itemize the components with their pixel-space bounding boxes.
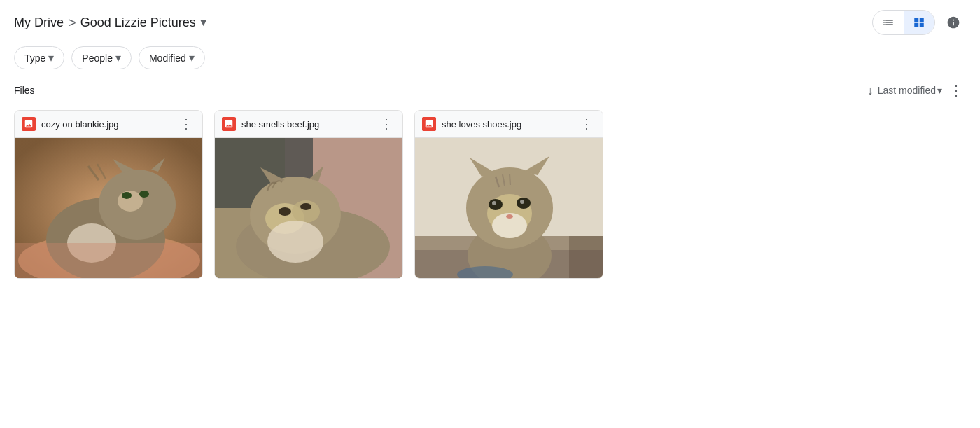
svg-line-43	[510, 174, 510, 185]
file-card[interactable]: she loves shoes.jpg ⋮	[414, 110, 603, 279]
file-name: she loves shoes.jpg	[442, 119, 522, 130]
file-menu-button[interactable]: ⋮	[578, 116, 596, 132]
type-filter-label: Type	[24, 53, 46, 64]
files-label: Files	[14, 85, 35, 96]
modified-filter-chip[interactable]: Modified ▾	[139, 46, 205, 69]
filter-bar: Type ▾ People ▾ Modified ▾	[0, 42, 980, 79]
type-filter-arrow: ▾	[48, 51, 54, 64]
people-filter-label: People	[82, 53, 113, 64]
sort-dropdown-arrow: ▾	[937, 85, 942, 96]
current-folder-link[interactable]: Good Lizzie Pictures ▼	[80, 15, 209, 30]
file-name: cozy on blankie.jpg	[41, 119, 119, 130]
people-filter-arrow: ▾	[115, 51, 121, 64]
files-header: Files ↓ Last modified ▾ ⋮	[14, 79, 966, 102]
file-thumbnail	[415, 138, 603, 278]
files-section: Files ↓ Last modified ▾ ⋮ cozy on blanki…	[0, 79, 980, 279]
current-folder-name: Good Lizzie Pictures	[80, 15, 196, 30]
svg-rect-13	[15, 243, 203, 278]
svg-point-25	[267, 221, 323, 263]
svg-point-21	[279, 207, 291, 216]
file-thumbnail	[15, 138, 202, 278]
view-toggle	[872, 10, 935, 35]
file-card-title: she loves shoes.jpg	[422, 117, 522, 131]
file-card-header: she smells beef.jpg ⋮	[215, 111, 402, 138]
sort-label-text: Last modified	[878, 85, 936, 96]
people-filter-chip[interactable]: People ▾	[71, 46, 132, 69]
file-card-title: she smells beef.jpg	[222, 117, 319, 131]
svg-point-22	[300, 203, 312, 210]
sort-label[interactable]: Last modified ▾	[878, 85, 942, 96]
file-menu-button[interactable]: ⋮	[177, 116, 195, 132]
modified-filter-arrow: ▾	[189, 51, 195, 64]
file-card[interactable]: she smells beef.jpg ⋮	[214, 110, 403, 279]
svg-point-37	[520, 200, 524, 204]
header: My Drive > Good Lizzie Pictures ▼	[0, 0, 980, 42]
file-name: she smells beef.jpg	[241, 119, 319, 130]
svg-point-38	[506, 214, 513, 219]
file-thumbnail	[215, 138, 402, 278]
type-filter-chip[interactable]: Type ▾	[14, 46, 64, 69]
file-type-icon	[22, 117, 36, 131]
view-controls	[872, 10, 966, 35]
files-sort-controls: ↓ Last modified ▾ ⋮	[867, 79, 966, 102]
breadcrumb: My Drive > Good Lizzie Pictures ▼	[14, 15, 209, 31]
file-type-icon	[222, 117, 236, 131]
file-card-header: she loves shoes.jpg ⋮	[415, 111, 603, 138]
svg-point-36	[492, 201, 496, 205]
file-type-icon	[422, 117, 436, 131]
file-menu-button[interactable]: ⋮	[377, 116, 396, 132]
info-button[interactable]	[941, 10, 966, 35]
files-more-options-button[interactable]: ⋮	[946, 79, 966, 102]
grid-view-button[interactable]	[904, 10, 934, 35]
svg-point-6	[122, 192, 132, 199]
sort-direction-icon[interactable]: ↓	[867, 83, 874, 98]
svg-rect-44	[569, 236, 603, 278]
svg-point-7	[139, 191, 149, 198]
file-card[interactable]: cozy on blankie.jpg ⋮	[14, 110, 203, 279]
folder-dropdown-arrow: ▼	[199, 17, 209, 28]
modified-filter-label: Modified	[149, 53, 186, 64]
file-card-title: cozy on blankie.jpg	[22, 117, 119, 131]
breadcrumb-separator: >	[68, 15, 76, 31]
file-grid: cozy on blankie.jpg ⋮	[14, 110, 966, 279]
my-drive-link[interactable]: My Drive	[14, 15, 64, 30]
file-card-header: cozy on blankie.jpg ⋮	[15, 111, 202, 138]
list-view-button[interactable]	[873, 10, 904, 35]
